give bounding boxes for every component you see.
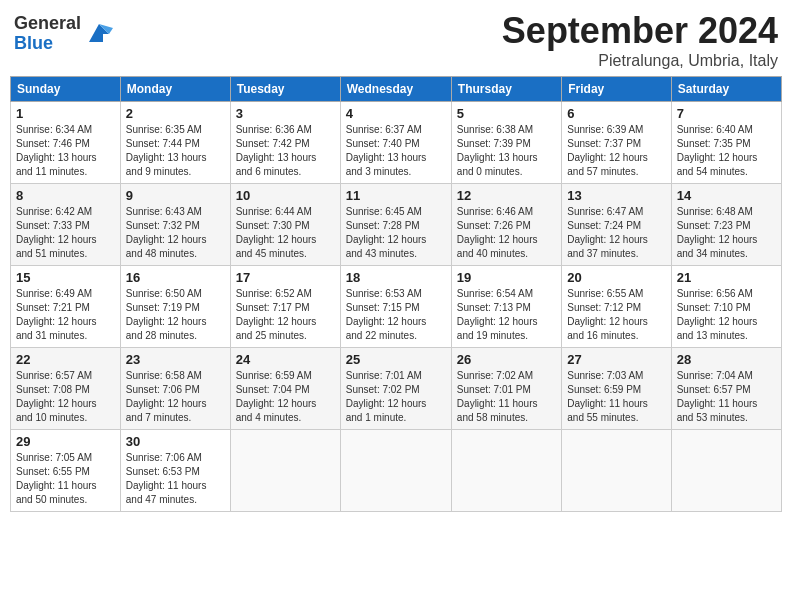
table-row [671,430,781,512]
day-number: 6 [567,106,665,121]
table-row: 19Sunrise: 6:54 AM Sunset: 7:13 PM Dayli… [451,266,561,348]
day-info: Sunrise: 7:06 AM Sunset: 6:53 PM Dayligh… [126,451,225,507]
day-info: Sunrise: 6:48 AM Sunset: 7:23 PM Dayligh… [677,205,776,261]
table-row: 21Sunrise: 6:56 AM Sunset: 7:10 PM Dayli… [671,266,781,348]
table-row [340,430,451,512]
day-info: Sunrise: 6:50 AM Sunset: 7:19 PM Dayligh… [126,287,225,343]
day-number: 21 [677,270,776,285]
table-row: 1Sunrise: 6:34 AM Sunset: 7:46 PM Daylig… [11,102,121,184]
table-row: 22Sunrise: 6:57 AM Sunset: 7:08 PM Dayli… [11,348,121,430]
day-number: 25 [346,352,446,367]
col-header-monday: Monday [120,77,230,102]
day-number: 29 [16,434,115,449]
calendar-table: SundayMondayTuesdayWednesdayThursdayFrid… [10,76,782,512]
day-info: Sunrise: 6:45 AM Sunset: 7:28 PM Dayligh… [346,205,446,261]
day-info: Sunrise: 6:52 AM Sunset: 7:17 PM Dayligh… [236,287,335,343]
day-number: 2 [126,106,225,121]
table-row: 27Sunrise: 7:03 AM Sunset: 6:59 PM Dayli… [562,348,671,430]
day-number: 22 [16,352,115,367]
day-number: 20 [567,270,665,285]
table-row: 26Sunrise: 7:02 AM Sunset: 7:01 PM Dayli… [451,348,561,430]
day-number: 17 [236,270,335,285]
table-row: 11Sunrise: 6:45 AM Sunset: 7:28 PM Dayli… [340,184,451,266]
table-row: 24Sunrise: 6:59 AM Sunset: 7:04 PM Dayli… [230,348,340,430]
table-row: 8Sunrise: 6:42 AM Sunset: 7:33 PM Daylig… [11,184,121,266]
day-info: Sunrise: 7:01 AM Sunset: 7:02 PM Dayligh… [346,369,446,425]
day-number: 5 [457,106,556,121]
table-row: 5Sunrise: 6:38 AM Sunset: 7:39 PM Daylig… [451,102,561,184]
day-info: Sunrise: 6:35 AM Sunset: 7:44 PM Dayligh… [126,123,225,179]
day-info: Sunrise: 6:37 AM Sunset: 7:40 PM Dayligh… [346,123,446,179]
table-row [451,430,561,512]
day-info: Sunrise: 6:47 AM Sunset: 7:24 PM Dayligh… [567,205,665,261]
table-row: 3Sunrise: 6:36 AM Sunset: 7:42 PM Daylig… [230,102,340,184]
calendar-week-3: 15Sunrise: 6:49 AM Sunset: 7:21 PM Dayli… [11,266,782,348]
location: Pietralunga, Umbria, Italy [502,52,778,70]
header: General Blue September 2024 Pietralunga,… [10,10,782,70]
logo-blue-text: Blue [14,34,81,54]
day-info: Sunrise: 6:59 AM Sunset: 7:04 PM Dayligh… [236,369,335,425]
table-row: 12Sunrise: 6:46 AM Sunset: 7:26 PM Dayli… [451,184,561,266]
table-row: 4Sunrise: 6:37 AM Sunset: 7:40 PM Daylig… [340,102,451,184]
day-info: Sunrise: 6:44 AM Sunset: 7:30 PM Dayligh… [236,205,335,261]
col-header-wednesday: Wednesday [340,77,451,102]
day-number: 10 [236,188,335,203]
table-row: 30Sunrise: 7:06 AM Sunset: 6:53 PM Dayli… [120,430,230,512]
table-row: 28Sunrise: 7:04 AM Sunset: 6:57 PM Dayli… [671,348,781,430]
day-number: 3 [236,106,335,121]
table-row [230,430,340,512]
day-info: Sunrise: 6:46 AM Sunset: 7:26 PM Dayligh… [457,205,556,261]
day-info: Sunrise: 6:38 AM Sunset: 7:39 PM Dayligh… [457,123,556,179]
day-number: 14 [677,188,776,203]
day-info: Sunrise: 6:56 AM Sunset: 7:10 PM Dayligh… [677,287,776,343]
table-row: 25Sunrise: 7:01 AM Sunset: 7:02 PM Dayli… [340,348,451,430]
month-year: September 2024 [502,10,778,52]
day-info: Sunrise: 6:43 AM Sunset: 7:32 PM Dayligh… [126,205,225,261]
table-row: 13Sunrise: 6:47 AM Sunset: 7:24 PM Dayli… [562,184,671,266]
day-number: 23 [126,352,225,367]
day-number: 12 [457,188,556,203]
col-header-tuesday: Tuesday [230,77,340,102]
day-number: 27 [567,352,665,367]
logo-icon [85,20,113,48]
table-row: 10Sunrise: 6:44 AM Sunset: 7:30 PM Dayli… [230,184,340,266]
calendar-week-4: 22Sunrise: 6:57 AM Sunset: 7:08 PM Dayli… [11,348,782,430]
day-info: Sunrise: 6:58 AM Sunset: 7:06 PM Dayligh… [126,369,225,425]
day-info: Sunrise: 7:05 AM Sunset: 6:55 PM Dayligh… [16,451,115,507]
day-number: 1 [16,106,115,121]
table-row: 29Sunrise: 7:05 AM Sunset: 6:55 PM Dayli… [11,430,121,512]
day-number: 26 [457,352,556,367]
logo-general-text: General [14,14,81,34]
table-row: 23Sunrise: 6:58 AM Sunset: 7:06 PM Dayli… [120,348,230,430]
day-info: Sunrise: 6:42 AM Sunset: 7:33 PM Dayligh… [16,205,115,261]
table-row: 9Sunrise: 6:43 AM Sunset: 7:32 PM Daylig… [120,184,230,266]
table-row: 6Sunrise: 6:39 AM Sunset: 7:37 PM Daylig… [562,102,671,184]
col-header-friday: Friday [562,77,671,102]
calendar-week-2: 8Sunrise: 6:42 AM Sunset: 7:33 PM Daylig… [11,184,782,266]
day-info: Sunrise: 6:54 AM Sunset: 7:13 PM Dayligh… [457,287,556,343]
day-number: 8 [16,188,115,203]
day-info: Sunrise: 6:55 AM Sunset: 7:12 PM Dayligh… [567,287,665,343]
day-number: 11 [346,188,446,203]
day-number: 16 [126,270,225,285]
title-block: September 2024 Pietralunga, Umbria, Ital… [502,10,778,70]
day-number: 19 [457,270,556,285]
day-info: Sunrise: 6:53 AM Sunset: 7:15 PM Dayligh… [346,287,446,343]
table-row: 7Sunrise: 6:40 AM Sunset: 7:35 PM Daylig… [671,102,781,184]
day-info: Sunrise: 6:36 AM Sunset: 7:42 PM Dayligh… [236,123,335,179]
day-info: Sunrise: 6:39 AM Sunset: 7:37 PM Dayligh… [567,123,665,179]
calendar-week-5: 29Sunrise: 7:05 AM Sunset: 6:55 PM Dayli… [11,430,782,512]
col-header-thursday: Thursday [451,77,561,102]
day-info: Sunrise: 6:49 AM Sunset: 7:21 PM Dayligh… [16,287,115,343]
table-row: 18Sunrise: 6:53 AM Sunset: 7:15 PM Dayli… [340,266,451,348]
day-info: Sunrise: 6:40 AM Sunset: 7:35 PM Dayligh… [677,123,776,179]
table-row: 17Sunrise: 6:52 AM Sunset: 7:17 PM Dayli… [230,266,340,348]
day-number: 7 [677,106,776,121]
day-number: 30 [126,434,225,449]
day-info: Sunrise: 6:57 AM Sunset: 7:08 PM Dayligh… [16,369,115,425]
day-number: 24 [236,352,335,367]
day-number: 9 [126,188,225,203]
col-header-saturday: Saturday [671,77,781,102]
table-row: 2Sunrise: 6:35 AM Sunset: 7:44 PM Daylig… [120,102,230,184]
table-row [562,430,671,512]
